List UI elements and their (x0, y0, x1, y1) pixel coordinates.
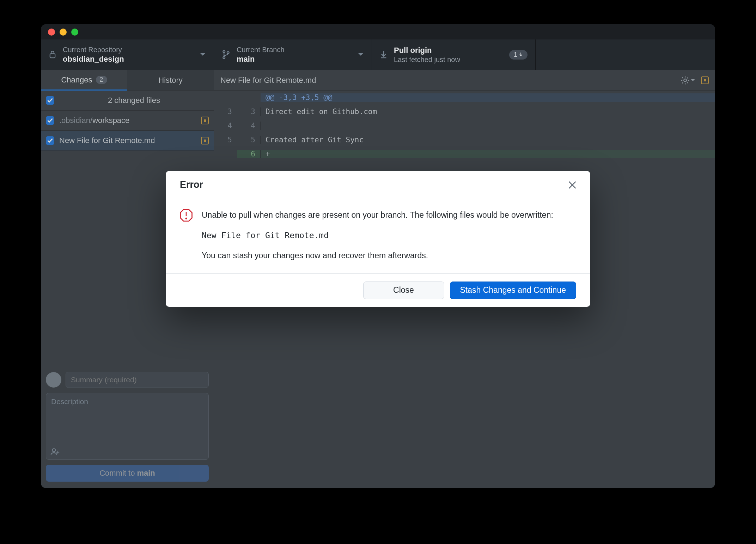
git-branch-icon (222, 50, 230, 59)
chevron-down-icon (358, 52, 364, 57)
dialog-conflict-file: New File for Git Remote.md (202, 229, 553, 242)
branch-selector[interactable]: Current Branch main (214, 39, 372, 70)
titlebar (41, 24, 715, 39)
error-dialog: Error Unable to pull when changes are pr… (166, 171, 590, 307)
dialog-title: Error (180, 179, 203, 190)
branch-name: main (237, 55, 351, 64)
svg-rect-0 (50, 54, 55, 58)
svg-point-8 (186, 218, 187, 219)
dialog-message-2: You can stash your changes now and recov… (202, 249, 553, 262)
window-minimize-button[interactable] (60, 29, 67, 36)
window-close-button[interactable] (48, 29, 55, 36)
pull-label: Pull origin (394, 46, 503, 55)
repo-label: Current Repository (63, 46, 193, 54)
repo-name: obsidian_design (63, 55, 193, 64)
lock-icon (49, 50, 56, 59)
repo-selector[interactable]: Current Repository obsidian_design (41, 39, 214, 70)
svg-point-3 (227, 51, 229, 54)
svg-point-2 (223, 57, 225, 59)
pull-behind-badge: 1 (509, 50, 528, 60)
pull-sub: Last fetched just now (394, 56, 503, 64)
app-window: Current Repository obsidian_design Curre… (41, 24, 715, 488)
dialog-message-1: Unable to pull when changes are present … (202, 209, 553, 222)
stash-and-continue-button[interactable]: Stash Changes and Continue (450, 282, 577, 299)
download-icon (380, 50, 388, 59)
chevron-down-icon (200, 52, 206, 57)
error-icon (180, 209, 193, 222)
toolbar: Current Repository obsidian_design Curre… (41, 39, 715, 70)
branch-label: Current Branch (237, 46, 351, 54)
svg-point-1 (223, 50, 225, 52)
window-zoom-button[interactable] (71, 29, 78, 36)
pull-button[interactable]: Pull origin Last fetched just now 1 (372, 39, 536, 70)
close-button[interactable]: Close (363, 282, 444, 299)
close-icon[interactable] (568, 181, 576, 189)
